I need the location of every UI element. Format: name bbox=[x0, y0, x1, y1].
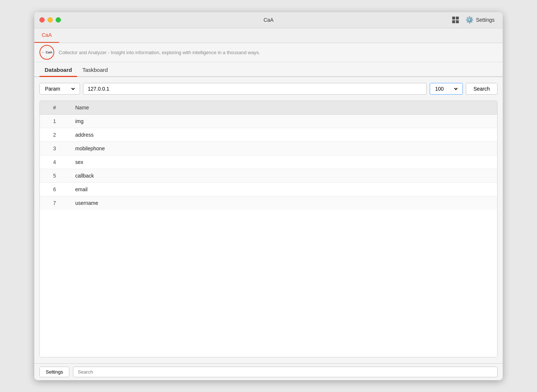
maximize-button[interactable] bbox=[56, 17, 61, 22]
grid-icon[interactable] bbox=[451, 16, 460, 24]
param-select-wrapper[interactable]: Param bbox=[39, 83, 80, 95]
col-name: Name bbox=[69, 101, 497, 115]
cell-name: username bbox=[69, 196, 497, 210]
table-empty-space bbox=[40, 210, 497, 357]
search-button[interactable]: Search bbox=[466, 83, 498, 95]
close-button[interactable] bbox=[39, 17, 45, 22]
svg-rect-3 bbox=[456, 20, 459, 23]
tab-databoard[interactable]: Databoard bbox=[39, 64, 77, 77]
bottom-settings-button[interactable]: Settings bbox=[39, 367, 69, 377]
svg-rect-2 bbox=[452, 20, 455, 23]
title-bar-right: ⚙️ Settings bbox=[451, 14, 498, 25]
app-subtitle: Collector and Analyzer - Insight into in… bbox=[59, 50, 260, 55]
table-row[interactable]: 7username bbox=[40, 196, 497, 210]
table-header-row: # Name bbox=[40, 101, 497, 115]
os-tab-caa[interactable]: CaA bbox=[34, 28, 59, 43]
title-bar: CaA ⚙️ Settings bbox=[34, 12, 503, 28]
settings-button[interactable]: ⚙️ Settings bbox=[462, 14, 498, 25]
cell-number: 5 bbox=[40, 169, 69, 182]
main-window: CaA ⚙️ Settings CaA ← CaA bbox=[34, 12, 503, 380]
table-row[interactable]: 2address bbox=[40, 128, 497, 141]
results-table-container: # Name 1img2address3mobilephone4sex5call… bbox=[39, 101, 498, 357]
cell-name: mobilephone bbox=[69, 141, 497, 155]
count-select[interactable]: 100 50 200 500 bbox=[434, 85, 459, 92]
svg-rect-1 bbox=[456, 17, 459, 20]
url-input[interactable] bbox=[83, 83, 427, 95]
table-row[interactable]: 5callback bbox=[40, 169, 497, 182]
cell-number: 4 bbox=[40, 155, 69, 169]
svg-rect-0 bbox=[452, 17, 455, 20]
count-select-wrapper[interactable]: 100 50 200 500 bbox=[430, 83, 463, 95]
cell-number: 7 bbox=[40, 196, 69, 210]
search-bar: Param 100 50 200 500 Search bbox=[39, 83, 498, 95]
col-number: # bbox=[40, 101, 69, 115]
cell-name: callback bbox=[69, 169, 497, 182]
window-title: CaA bbox=[263, 17, 273, 23]
bottom-bar: Settings bbox=[34, 363, 503, 380]
param-select[interactable]: Param bbox=[44, 85, 76, 92]
cell-number: 1 bbox=[40, 114, 69, 128]
app-header: ← CaA Collector and Analyzer - Insight i… bbox=[34, 43, 503, 62]
cell-number: 2 bbox=[40, 128, 69, 141]
cell-name: sex bbox=[69, 155, 497, 169]
main-tabs: Databoard Taskboard bbox=[34, 62, 503, 77]
gear-icon: ⚙️ bbox=[465, 16, 474, 24]
table-row[interactable]: 4sex bbox=[40, 155, 497, 169]
cell-name: address bbox=[69, 128, 497, 141]
cell-name: img bbox=[69, 114, 497, 128]
os-tab-bar: CaA bbox=[34, 28, 503, 43]
cell-name: email bbox=[69, 182, 497, 196]
table-row[interactable]: 6email bbox=[40, 182, 497, 196]
table-row[interactable]: 3mobilephone bbox=[40, 141, 497, 155]
traffic-lights bbox=[39, 17, 61, 22]
results-table: # Name 1img2address3mobilephone4sex5call… bbox=[40, 101, 497, 210]
minimize-button[interactable] bbox=[48, 17, 53, 22]
main-content: Param 100 50 200 500 Search bbox=[34, 77, 503, 363]
table-body: 1img2address3mobilephone4sex5callback6em… bbox=[40, 114, 497, 210]
settings-label: Settings bbox=[476, 17, 495, 23]
cell-number: 6 bbox=[40, 182, 69, 196]
tab-taskboard[interactable]: Taskboard bbox=[77, 64, 113, 77]
app-logo: ← CaA bbox=[39, 45, 54, 60]
bottom-search-input[interactable] bbox=[73, 367, 498, 377]
cell-number: 3 bbox=[40, 141, 69, 155]
table-row[interactable]: 1img bbox=[40, 114, 497, 128]
